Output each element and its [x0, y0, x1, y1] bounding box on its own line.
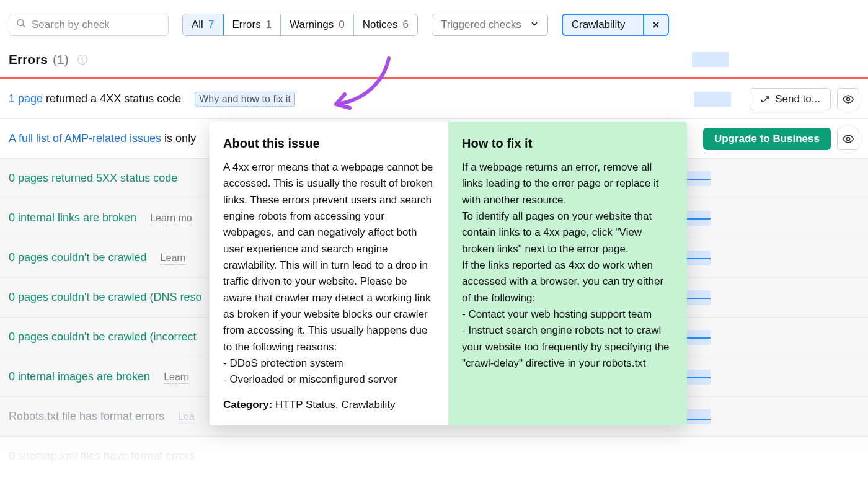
tab-label: Notices: [363, 19, 398, 31]
tab-count: 7: [208, 19, 214, 31]
tab-label: Errors: [232, 19, 260, 31]
search-input[interactable]: [32, 19, 168, 31]
tab-label: Warnings: [290, 19, 334, 31]
share-icon: [760, 94, 770, 104]
send-to-label: Send to...: [775, 93, 820, 105]
tab-count: 6: [402, 19, 408, 31]
issue-text: 0 pages couldn't be crawled (DNS reso: [9, 291, 202, 304]
fix-body: If a webpage returns an error, remove al…: [462, 159, 673, 372]
tab-warnings[interactable]: Warnings 0: [280, 14, 353, 35]
tab-count: 0: [339, 19, 344, 31]
about-panel: About this issue A 4xx error means that …: [210, 122, 448, 425]
dropdown-label: Triggered checks: [441, 19, 521, 31]
issue-type-tabs: All 7 Errors 1 Warnings 0 Notices 6: [182, 14, 418, 36]
category-value: HTTP Status, Crawlability: [272, 399, 395, 411]
filter-tag-label: Crawlability: [563, 19, 634, 31]
info-icon[interactable]: i: [78, 55, 87, 65]
section-header: Errors (1) i: [0, 48, 868, 77]
eye-icon: [842, 93, 854, 105]
filter-tag-crawlability[interactable]: Crawlability: [562, 14, 669, 36]
category-label: Category:: [223, 399, 272, 411]
svg-line-1: [22, 25, 25, 27]
upgrade-button[interactable]: Upgrade to Business: [703, 128, 831, 150]
trend-sparkline: [694, 92, 731, 107]
section-title: Errors: [9, 52, 48, 67]
issue-text: 1 page returned a 4XX status code: [9, 92, 181, 105]
issue-text: 0 internal links are broken: [9, 211, 136, 225]
tab-all[interactable]: All 7: [182, 14, 224, 36]
learn-more-link[interactable]: Learn: [164, 372, 189, 384]
issue-row: 0 sitemap.xml files have format errors: [0, 437, 868, 476]
send-to-button[interactable]: Send to...: [750, 88, 831, 110]
learn-more-link[interactable]: Lea: [178, 411, 195, 424]
visibility-toggle[interactable]: [837, 88, 859, 110]
svg-point-5: [847, 137, 850, 140]
visibility-toggle[interactable]: [837, 128, 859, 150]
about-title: About this issue: [223, 134, 435, 153]
issue-text: 0 sitemap.xml files have format errors: [9, 450, 195, 463]
tab-count: 1: [266, 19, 272, 31]
learn-more-link[interactable]: Learn mo: [150, 213, 192, 225]
tab-notices[interactable]: Notices 6: [353, 14, 417, 35]
trend-sparkline: [692, 52, 729, 67]
about-body: A 4xx error means that a webpage cannot …: [223, 159, 435, 388]
issue-text: A full list of AMP-related issues is onl…: [9, 132, 196, 145]
fix-title: How to fix it: [462, 134, 673, 153]
page-count-link[interactable]: 1 page: [9, 92, 43, 105]
triggered-checks-dropdown[interactable]: Triggered checks: [432, 14, 548, 36]
svg-point-0: [17, 20, 24, 26]
why-and-how-link[interactable]: Why and how to fix it: [195, 92, 295, 107]
issue-text: Robots.txt file has format errors: [9, 410, 164, 423]
filter-remove-button[interactable]: [643, 15, 668, 35]
search-icon: [16, 18, 27, 32]
fix-panel: How to fix it If a webpage returns an er…: [448, 122, 687, 425]
toolbar: All 7 Errors 1 Warnings 0 Notices 6 Trig…: [0, 0, 868, 48]
issue-text: 0 pages couldn't be crawled (incorrect: [9, 331, 197, 344]
section-count: (1): [53, 52, 69, 67]
svg-point-4: [847, 97, 850, 100]
eye-icon: [842, 133, 854, 145]
issue-text: 0 pages couldn't be crawled: [9, 251, 147, 264]
tab-label: All: [192, 19, 203, 31]
chevron-down-icon: [530, 19, 539, 31]
issue-text: 0 pages returned 5XX status code: [9, 172, 177, 185]
issue-row: 1 page returned a 4XX status code Why an…: [0, 79, 868, 119]
issue-link[interactable]: A full list of AMP-related issues: [9, 132, 161, 145]
search-field[interactable]: [9, 14, 169, 36]
issue-text: 0 internal images are broken: [9, 370, 150, 383]
tab-errors[interactable]: Errors 1: [223, 14, 280, 35]
issue-help-popover: About this issue A 4xx error means that …: [210, 122, 687, 425]
learn-more-link[interactable]: Learn: [161, 252, 186, 265]
